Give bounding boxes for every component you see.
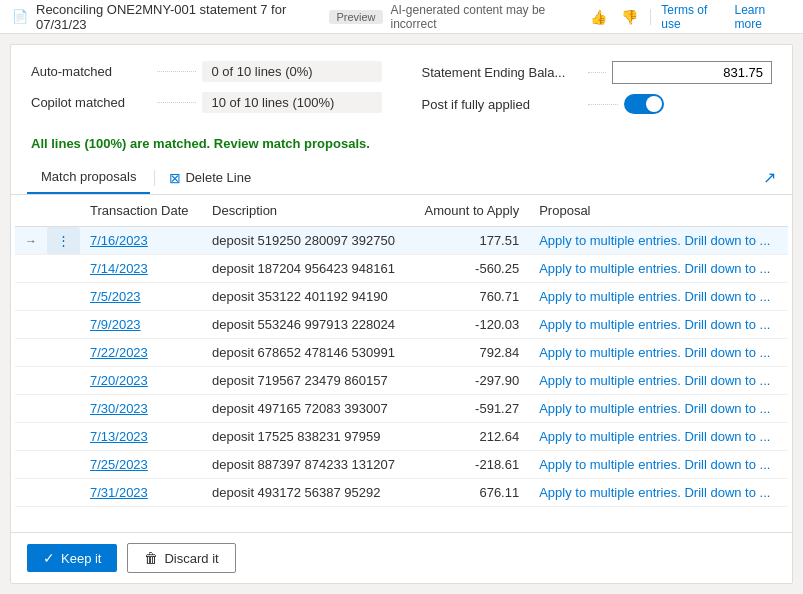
row-menu-dots[interactable]: [47, 367, 80, 395]
table-row: 7/22/2023deposit 678652 478146 530991792…: [15, 339, 788, 367]
proposal-cell[interactable]: Apply to multiple entries. Drill down to…: [529, 423, 788, 451]
description-cell: deposit 887397 874233 131207: [202, 451, 411, 479]
table-row: 7/14/2023deposit 187204 956423 948161-56…: [15, 255, 788, 283]
proposal-cell[interactable]: Apply to multiple entries. Drill down to…: [529, 367, 788, 395]
proposal-cell[interactable]: Apply to multiple entries. Drill down to…: [529, 255, 788, 283]
copilot-matched-value: 10 of 10 lines (100%): [202, 92, 382, 113]
table-row: 7/31/2023deposit 493172 56387 95292676.1…: [15, 479, 788, 507]
arrow-cell: [15, 283, 47, 311]
table-row: 7/13/2023deposit 17525 838231 97959212.6…: [15, 423, 788, 451]
terms-link[interactable]: Terms of use: [661, 3, 724, 31]
transactions-table: Transaction Date Description Amount to A…: [15, 195, 788, 507]
col-arrow: [15, 195, 47, 227]
footer-bar: ✓ Keep it 🗑 Discard it: [11, 532, 792, 583]
preview-badge: Preview: [329, 10, 382, 24]
description-cell: deposit 493172 56387 95292: [202, 479, 411, 507]
proposal-cell[interactable]: Apply to multiple entries. Drill down to…: [529, 479, 788, 507]
proposal-cell[interactable]: Apply to multiple entries. Drill down to…: [529, 283, 788, 311]
amount-cell: 760.71: [411, 283, 529, 311]
delete-line-label: Delete Line: [185, 170, 251, 185]
proposal-cell[interactable]: Apply to multiple entries. Drill down to…: [529, 395, 788, 423]
proposal-cell[interactable]: Apply to multiple entries. Drill down to…: [529, 339, 788, 367]
row-menu-dots[interactable]: [47, 395, 80, 423]
dots-1: [157, 71, 196, 72]
arrow-cell: [15, 255, 47, 283]
row-menu-dots[interactable]: ⋮: [47, 227, 80, 255]
post-row: Post if fully applied: [422, 94, 773, 114]
discard-icon: 🗑: [144, 550, 158, 566]
row-menu-dots[interactable]: [47, 311, 80, 339]
table-row: 7/25/2023deposit 887397 874233 131207-21…: [15, 451, 788, 479]
arrow-cell: [15, 395, 47, 423]
discard-button[interactable]: 🗑 Discard it: [127, 543, 235, 573]
statement-ending-input[interactable]: [612, 61, 772, 84]
keep-label: Keep it: [61, 551, 101, 566]
arrow-cell: [15, 451, 47, 479]
row-menu-dots[interactable]: [47, 339, 80, 367]
row-menu-dots[interactable]: [47, 423, 80, 451]
row-menu-dots[interactable]: [47, 255, 80, 283]
arrow-cell: [15, 479, 47, 507]
summary-left: Auto-matched 0 of 10 lines (0%) Copilot …: [31, 61, 382, 124]
arrow-cell: [15, 367, 47, 395]
arrow-cell: [15, 339, 47, 367]
copilot-matched-row: Copilot matched 10 of 10 lines (100%): [31, 92, 382, 113]
table-body: →⋮7/16/2023deposit 519250 280097 3927501…: [15, 227, 788, 507]
row-menu-dots[interactable]: [47, 451, 80, 479]
date-cell[interactable]: 7/13/2023: [80, 423, 202, 451]
statement-ending-label: Statement Ending Bala...: [422, 65, 582, 80]
dots-4: [588, 104, 618, 105]
col-date: Transaction Date: [80, 195, 202, 227]
date-cell[interactable]: 7/25/2023: [80, 451, 202, 479]
thumbdown-button[interactable]: 👎: [619, 7, 640, 27]
row-menu-dots[interactable]: [47, 283, 80, 311]
thumbup-button[interactable]: 👍: [588, 7, 609, 27]
all-matched-msg: All lines (100%) are matched. Review mat…: [11, 132, 792, 161]
amount-cell: -560.25: [411, 255, 529, 283]
post-toggle[interactable]: [624, 94, 664, 114]
top-bar-right: AI-generated content may be incorrect 👍 …: [391, 3, 791, 31]
date-cell[interactable]: 7/22/2023: [80, 339, 202, 367]
tab-divider: [154, 170, 155, 186]
keep-button[interactable]: ✓ Keep it: [27, 544, 117, 572]
col-amount: Amount to Apply: [411, 195, 529, 227]
date-cell[interactable]: 7/9/2023: [80, 311, 202, 339]
date-cell[interactable]: 7/20/2023: [80, 367, 202, 395]
main-panel: Auto-matched 0 of 10 lines (0%) Copilot …: [10, 44, 793, 584]
proposal-cell[interactable]: Apply to multiple entries. Drill down to…: [529, 311, 788, 339]
table-row: 7/20/2023deposit 719567 23479 860157-297…: [15, 367, 788, 395]
table-container: Transaction Date Description Amount to A…: [11, 195, 792, 532]
table-row: 7/9/2023deposit 553246 997913 228024-120…: [15, 311, 788, 339]
description-cell: deposit 719567 23479 860157: [202, 367, 411, 395]
arrow-cell: [15, 311, 47, 339]
table-row: 7/5/2023deposit 353122 401192 94190760.7…: [15, 283, 788, 311]
proposal-cell[interactable]: Apply to multiple entries. Drill down to…: [529, 451, 788, 479]
top-bar: 📄 Reconciling ONE2MNY-001 statement 7 fo…: [0, 0, 803, 34]
amount-cell: -591.27: [411, 395, 529, 423]
date-cell[interactable]: 7/16/2023: [80, 227, 202, 255]
date-cell[interactable]: 7/14/2023: [80, 255, 202, 283]
tab-match-proposals[interactable]: Match proposals: [27, 161, 150, 194]
amount-cell: 676.11: [411, 479, 529, 507]
col-proposal: Proposal: [529, 195, 788, 227]
row-menu-dots[interactable]: [47, 479, 80, 507]
ai-notice: AI-generated content may be incorrect: [391, 3, 579, 31]
tab-delete-line[interactable]: ⊠ Delete Line: [159, 164, 261, 192]
date-cell[interactable]: 7/31/2023: [80, 479, 202, 507]
export-button[interactable]: ↗: [763, 168, 776, 187]
table-row: 7/30/2023deposit 497165 72083 393007-591…: [15, 395, 788, 423]
description-cell: deposit 353122 401192 94190: [202, 283, 411, 311]
amount-cell: -218.61: [411, 451, 529, 479]
amount-cell: 177.51: [411, 227, 529, 255]
arrow-cell: [15, 423, 47, 451]
learn-more-link[interactable]: Learn more: [735, 3, 791, 31]
date-cell[interactable]: 7/5/2023: [80, 283, 202, 311]
date-cell[interactable]: 7/30/2023: [80, 395, 202, 423]
table-header-row: Transaction Date Description Amount to A…: [15, 195, 788, 227]
description-cell: deposit 678652 478146 530991: [202, 339, 411, 367]
amount-cell: -120.03: [411, 311, 529, 339]
divider: [650, 9, 651, 25]
post-label: Post if fully applied: [422, 97, 582, 112]
proposal-cell[interactable]: Apply to multiple entries. Drill down to…: [529, 227, 788, 255]
arrow-cell: →: [15, 227, 47, 255]
